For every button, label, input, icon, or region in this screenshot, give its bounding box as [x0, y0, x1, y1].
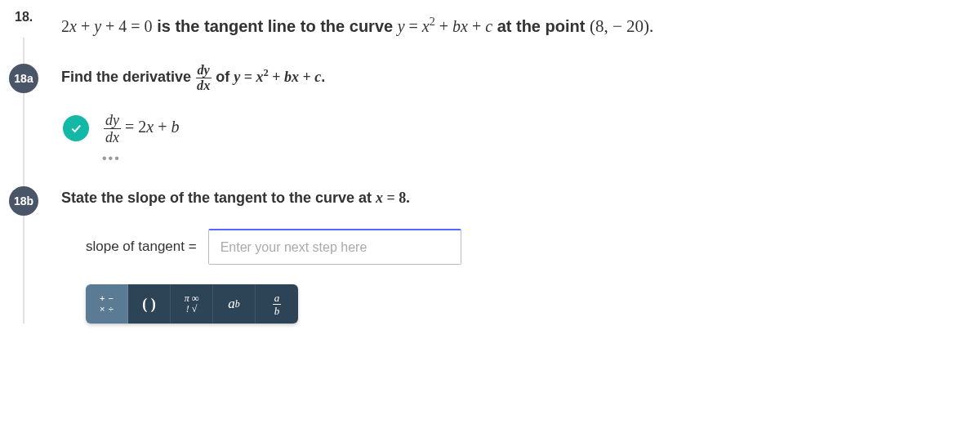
step-input[interactable]: [208, 229, 461, 265]
toolbar-exponent-button[interactable]: ab: [213, 284, 256, 324]
question-18b: State the slope of the tangent to the cu…: [61, 186, 964, 210]
toolbar-symbols-button[interactable]: π ∞ ! √: [171, 284, 213, 324]
check-icon: [63, 115, 89, 141]
subpart-badge-18b: 18b: [9, 186, 38, 216]
problem-number: 18.: [15, 10, 33, 25]
input-label-slope: slope of tangent =: [86, 239, 197, 255]
answer-math-18a: dydx = 2x + b: [104, 113, 179, 145]
problem-intro: 2x + y + 4 = 0 is the tangent line to th…: [45, 5, 964, 64]
question-18a: Find the derivative dydx of y = x2 + bx …: [61, 64, 964, 92]
toolbar-fraction-button[interactable]: a b: [256, 284, 298, 324]
answer-row-18a: dydx = 2x + b: [61, 113, 964, 145]
toolbar-parens-button[interactable]: ( ): [128, 284, 171, 324]
toolbar-operators-button[interactable]: +− ×÷: [86, 284, 128, 324]
more-dots-icon[interactable]: •••: [102, 151, 964, 166]
math-toolbar: +− ×÷ ( ) π ∞ ! √ ab a b: [86, 284, 298, 324]
subpart-badge-18a: 18a: [9, 64, 38, 93]
